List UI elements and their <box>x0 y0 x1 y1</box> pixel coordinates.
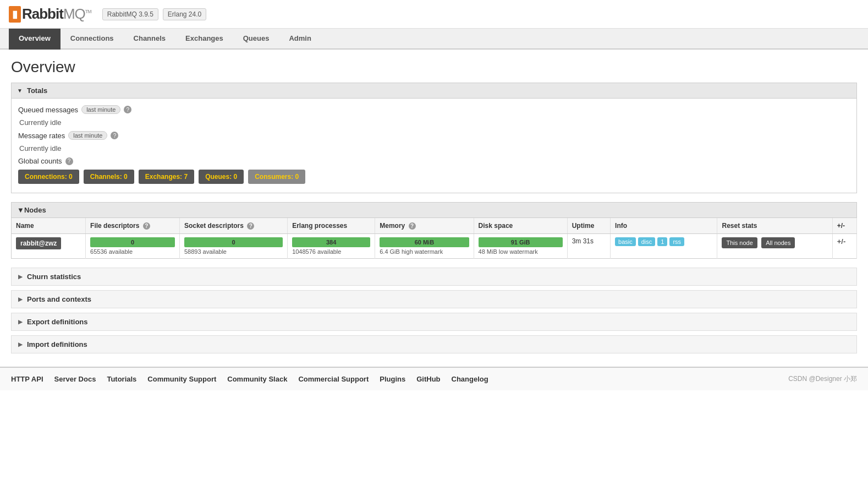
page-title: Overview <box>11 58 857 76</box>
logo: ▮ RabbitMQTM <box>9 6 91 23</box>
main-content: Overview ▼ Totals Queued messages last m… <box>0 50 868 367</box>
nodes-section-header[interactable]: ▼ Nodes <box>11 202 857 218</box>
import-definitions-arrow: ▶ <box>18 341 23 347</box>
nodes-section: ▼ Nodes Name File descriptors ? Socket d… <box>11 202 857 259</box>
ports-contexts-header[interactable]: ▶ Ports and contexts <box>11 290 857 308</box>
memory-bar-wrap: 60 MiB 6.4 GiB high watermark <box>380 237 469 255</box>
th-plus-minus: +/- <box>832 218 856 234</box>
memory-cell: 60 MiB 6.4 GiB high watermark <box>375 234 474 259</box>
file-desc-help-icon[interactable]: ? <box>143 222 150 230</box>
tag-basic: basic <box>615 237 636 246</box>
uptime-cell: 3m 31s <box>567 234 610 259</box>
nav-queues[interactable]: Queues <box>233 29 279 50</box>
queued-messages-help[interactable]: ? <box>124 106 131 113</box>
th-disk-space: Disk space <box>474 218 567 234</box>
logo-icon: ▮ <box>9 6 21 23</box>
th-info: Info <box>611 218 717 234</box>
info-tags: basic disc 1 rss <box>615 237 712 246</box>
plus-minus-toggle[interactable]: +/- <box>837 237 846 246</box>
table-header-row: Name File descriptors ? Socket descripto… <box>12 218 857 234</box>
message-rates-status-row: Currently idle <box>18 144 850 153</box>
queues-value: 0 <box>234 173 238 181</box>
footer-link-server-docs[interactable]: Server Docs <box>54 375 96 383</box>
nav-channels[interactable]: Channels <box>124 29 176 50</box>
memory-watermark: 6.4 GiB high watermark <box>380 248 469 255</box>
footer-link-plugins[interactable]: Plugins <box>380 375 405 383</box>
totals-section-header[interactable]: ▼ Totals <box>11 83 857 99</box>
nav-exchanges[interactable]: Exchanges <box>175 29 233 50</box>
socket-desc-help-icon[interactable]: ? <box>247 222 254 230</box>
message-rates-badge: last minute <box>68 131 107 140</box>
file-desc-available: 65536 available <box>90 248 175 255</box>
nav-connections[interactable]: Connections <box>61 29 124 50</box>
disk-value: 91 GiB <box>479 237 563 247</box>
logo-text: RabbitMQTM <box>22 6 91 23</box>
exchanges-label: Exchanges: <box>145 173 182 181</box>
export-definitions-section: ▶ Export definitions <box>11 313 857 331</box>
reset-this-node-button[interactable]: This node <box>722 237 757 248</box>
queued-messages-status-row: Currently idle <box>18 118 850 127</box>
file-desc-bar-wrap: 0 65536 available <box>90 237 175 255</box>
consumers-value: 0 <box>295 173 299 181</box>
th-uptime: Uptime <box>567 218 610 234</box>
file-desc-bar: 0 <box>90 237 175 247</box>
queues-button[interactable]: Queues: 0 <box>199 170 244 184</box>
th-reset-stats: Reset stats <box>717 218 832 234</box>
footer-credit: CSDN @Designer 小郑 <box>788 374 857 384</box>
erlang-proc-cell: 384 1048576 available <box>288 234 375 259</box>
export-definitions-header[interactable]: ▶ Export definitions <box>11 313 857 331</box>
consumers-button[interactable]: Consumers: 0 <box>248 170 305 184</box>
main-nav: Overview Connections Channels Exchanges … <box>0 29 868 50</box>
footer-link-github[interactable]: GitHub <box>416 375 440 383</box>
disk-space-cell: 91 GiB 48 MiB low watermark <box>474 234 567 259</box>
global-counts-help[interactable]: ? <box>65 157 73 165</box>
footer-link-http-api[interactable]: HTTP API <box>11 375 43 383</box>
channels-button[interactable]: Channels: 0 <box>84 170 134 184</box>
nav-admin[interactable]: Admin <box>279 29 321 50</box>
footer-link-community-slack[interactable]: Community Slack <box>227 375 287 383</box>
memory-help-icon[interactable]: ? <box>409 222 416 230</box>
channels-value: 0 <box>124 173 128 181</box>
churn-statistics-header[interactable]: ▶ Churn statistics <box>11 268 857 286</box>
queued-messages-badge: last minute <box>81 105 120 114</box>
footer-link-commercial-support[interactable]: Commercial Support <box>298 375 369 383</box>
erlang-proc-available: 1048576 available <box>292 248 370 255</box>
memory-bar: 60 MiB <box>380 237 469 247</box>
totals-arrow: ▼ <box>17 88 23 94</box>
connections-button[interactable]: Connections: 0 <box>18 170 79 184</box>
logo-mq: MQ <box>63 6 85 22</box>
tag-num: 1 <box>657 237 667 246</box>
footer-link-tutorials[interactable]: Tutorials <box>107 375 136 383</box>
socket-desc-cell: 0 58893 available <box>179 234 287 259</box>
socket-desc-value: 0 <box>184 237 283 247</box>
reset-all-nodes-button[interactable]: All nodes <box>761 237 795 248</box>
message-rates-help[interactable]: ? <box>111 132 118 139</box>
logo-rabbit: Rabbit <box>22 6 63 22</box>
header: ▮ RabbitMQTM RabbitMQ 3.9.5 Erlang 24.0 <box>0 0 868 29</box>
footer: HTTP API Server Docs Tutorials Community… <box>0 367 868 390</box>
queues-label: Queues: <box>205 173 232 181</box>
message-rates-label: Message rates <box>18 132 65 140</box>
consumers-label: Consumers: <box>255 173 293 181</box>
import-definitions-header[interactable]: ▶ Import definitions <box>11 335 857 353</box>
logo-tm: TM <box>85 9 91 14</box>
tag-disc: disc <box>638 237 656 246</box>
th-memory: Memory ? <box>375 218 474 234</box>
plus-minus-cell: +/- <box>832 234 856 259</box>
global-counts-label: Global counts <box>18 157 62 165</box>
th-erlang-proc: Erlang processes <box>288 218 375 234</box>
file-desc-value: 0 <box>90 237 175 247</box>
footer-link-changelog[interactable]: Changelog <box>452 375 488 383</box>
nav-overview[interactable]: Overview <box>9 29 61 50</box>
churn-statistics-label: Churn statistics <box>27 273 81 281</box>
erlang-proc-value: 384 <box>292 237 370 247</box>
connections-label: Connections: <box>25 173 67 181</box>
exchanges-button[interactable]: Exchanges: 7 <box>139 170 194 184</box>
info-cell: basic disc 1 rss <box>611 234 717 259</box>
ports-contexts-label: Ports and contexts <box>27 295 91 303</box>
queued-messages-row: Queued messages last minute ? <box>18 105 850 114</box>
footer-link-community-support[interactable]: Community Support <box>147 375 216 383</box>
node-name-cell: rabbit@zwz <box>12 234 86 259</box>
th-socket-desc: Socket descriptors ? <box>179 218 287 234</box>
tag-rss: rss <box>669 237 684 246</box>
